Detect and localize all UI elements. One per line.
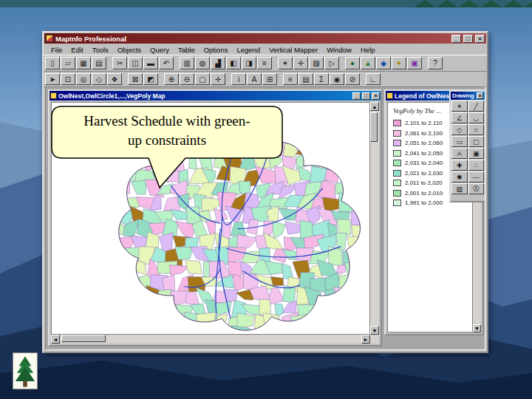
toolbar-separator	[423, 58, 427, 69]
maximize-button[interactable]: □	[463, 35, 473, 43]
legend-swatch	[393, 150, 401, 157]
map-maximize-button[interactable]: □	[362, 92, 370, 100]
text-style-icon[interactable]: Ⓐ	[468, 183, 485, 194]
menu-window[interactable]: Window	[322, 46, 356, 54]
scroll-thumb[interactable]	[61, 335, 106, 342]
region-style-icon[interactable]: ▨	[451, 183, 468, 194]
set-target-icon[interactable]: ◉	[330, 73, 344, 85]
label-icon[interactable]: A	[247, 73, 262, 85]
drawing-palette-title-bar[interactable]: Drawing ×	[451, 92, 485, 100]
line-style-icon[interactable]: —	[468, 171, 485, 183]
layout-view-icon[interactable]: ▣	[407, 57, 422, 69]
invert-selection-icon[interactable]: ◩	[143, 73, 158, 85]
cut-icon[interactable]: ✂	[112, 57, 127, 69]
menu-table[interactable]: Table	[174, 46, 200, 54]
scroll-left-icon[interactable]: ◄	[51, 335, 60, 344]
grabber-icon[interactable]: ✛	[211, 73, 225, 85]
title-bar[interactable]: MapInfo Professional _ □ ×	[44, 33, 486, 44]
ellipse-tool-icon[interactable]: ○	[468, 124, 485, 135]
scroll-track[interactable]	[370, 111, 379, 326]
symbol-style-icon[interactable]: ✱	[451, 171, 468, 183]
scroll-down-icon[interactable]: ▼	[473, 324, 481, 332]
text-tool-icon[interactable]: A	[451, 148, 468, 159]
help-icon[interactable]: ?	[428, 57, 443, 69]
rounded-rectangle-tool-icon[interactable]: ▢	[468, 136, 485, 147]
close-button[interactable]: ×	[475, 35, 485, 43]
boundary-select-icon[interactable]: ❖	[107, 73, 122, 85]
new-table-icon[interactable]: ▯	[45, 57, 60, 69]
geocode-icon[interactable]: ✛	[293, 57, 308, 69]
unselect-all-icon[interactable]: ⊠	[128, 73, 143, 85]
info-icon[interactable]: i	[231, 73, 246, 85]
scroll-down-icon[interactable]: ▼	[370, 326, 379, 335]
scroll-right-icon[interactable]: ►	[361, 335, 370, 344]
legend-swatch	[393, 170, 401, 177]
new-redistricter-icon[interactable]: ◨	[242, 57, 256, 69]
polygon-select-icon[interactable]: ◇	[92, 73, 106, 85]
legend-swatch	[393, 130, 401, 137]
menu-help[interactable]: Help	[356, 46, 380, 54]
menu-objects[interactable]: Objects	[113, 46, 146, 54]
map-window-title-bar[interactable]: OwlNest,OwlCircle1,...,VegPoly Map _ □ ×	[50, 91, 381, 100]
new-grapher-icon[interactable]: ▟	[211, 57, 225, 69]
pine-tree-icon	[14, 354, 36, 388]
legend-swatch	[393, 140, 401, 146]
layer-control-icon[interactable]: ≡	[283, 73, 298, 85]
menu-query[interactable]: Query	[146, 46, 174, 54]
map-vertical-scrollbar[interactable]: ▲ ▼	[370, 102, 379, 335]
crystal-reports-icon[interactable]: ▨	[309, 57, 324, 69]
menu-options[interactable]: Options	[200, 46, 233, 54]
add-node-tool-icon[interactable]: ∴	[468, 160, 485, 171]
run-mapbasic-icon[interactable]: ▷	[324, 57, 339, 69]
symbol-tool-icon[interactable]: ✶	[451, 100, 468, 112]
menu-tools[interactable]: Tools	[88, 46, 113, 54]
map-horizontal-scrollbar[interactable]: ◄ ►	[51, 335, 370, 344]
save-table-icon[interactable]: ▦	[76, 57, 91, 69]
ruler-icon[interactable]: ∟	[366, 73, 381, 85]
scroll-up-icon[interactable]: ▲	[370, 102, 379, 111]
map-close-button[interactable]: ×	[372, 92, 380, 100]
reshape-tool-icon[interactable]: ✚	[451, 160, 468, 171]
menu-vertical-mapper[interactable]: Vertical Mapper	[265, 46, 322, 54]
scroll-track[interactable]	[60, 335, 361, 344]
new-browser-icon[interactable]: ▥	[180, 57, 194, 69]
clip-region-icon[interactable]: ⊘	[345, 73, 360, 85]
polygon-tool-icon[interactable]: ◇	[451, 124, 468, 135]
rectangle-tool-icon[interactable]: ▭	[451, 136, 468, 147]
paste-icon[interactable]: ▬	[143, 57, 158, 69]
menu-legend[interactable]: Legend	[232, 46, 265, 54]
polyline-tool-icon[interactable]: ∠	[451, 112, 468, 123]
open-table-icon[interactable]: ▱	[61, 57, 75, 69]
legend-swatch	[393, 180, 401, 186]
district-browser-icon[interactable]: ≡	[257, 57, 272, 69]
scroll-thumb[interactable]	[370, 112, 378, 142]
line-tool-icon[interactable]: ╱	[468, 100, 485, 112]
select-icon[interactable]: ➤	[45, 73, 60, 85]
undo-icon[interactable]: ↶	[159, 57, 174, 69]
new-layout-icon[interactable]: ◧	[226, 57, 241, 69]
zoom-in-icon[interactable]: ⊕	[164, 73, 179, 85]
arc-tool-icon[interactable]: ◡	[468, 112, 485, 123]
mapping-wizard-icon[interactable]: ▲	[361, 57, 375, 69]
raster-tools-icon[interactable]: ✦	[392, 57, 406, 69]
hotlink-icon[interactable]: ✶	[278, 57, 293, 69]
menu-file[interactable]: File	[47, 46, 66, 54]
drag-map-window-icon[interactable]: ⊞	[262, 73, 277, 85]
frame-tool-icon[interactable]: ▣	[468, 148, 485, 159]
web-services-icon[interactable]: ●	[345, 57, 360, 69]
print-icon[interactable]: ▤	[92, 57, 106, 69]
map-minimize-button[interactable]: _	[352, 92, 361, 100]
copy-icon[interactable]: ◫	[128, 57, 143, 69]
marquee-select-icon[interactable]: ⊡	[61, 73, 75, 85]
grid-tools-icon[interactable]: ◆	[376, 57, 391, 69]
minimize-button[interactable]: _	[451, 35, 461, 43]
new-mapper-icon[interactable]: ◍	[195, 57, 210, 69]
radius-select-icon[interactable]: ◎	[76, 73, 91, 85]
statistics-icon[interactable]: Σ	[314, 73, 329, 85]
zoom-out-icon[interactable]: ⊖	[180, 73, 194, 85]
drawing-palette-close-icon[interactable]: ×	[477, 92, 483, 99]
legend-label: 2,001 to 2,010	[405, 190, 443, 197]
change-view-icon[interactable]: ▢	[195, 73, 210, 85]
show-legend-icon[interactable]: ▤	[299, 73, 313, 85]
menu-edit[interactable]: Edit	[66, 46, 87, 54]
